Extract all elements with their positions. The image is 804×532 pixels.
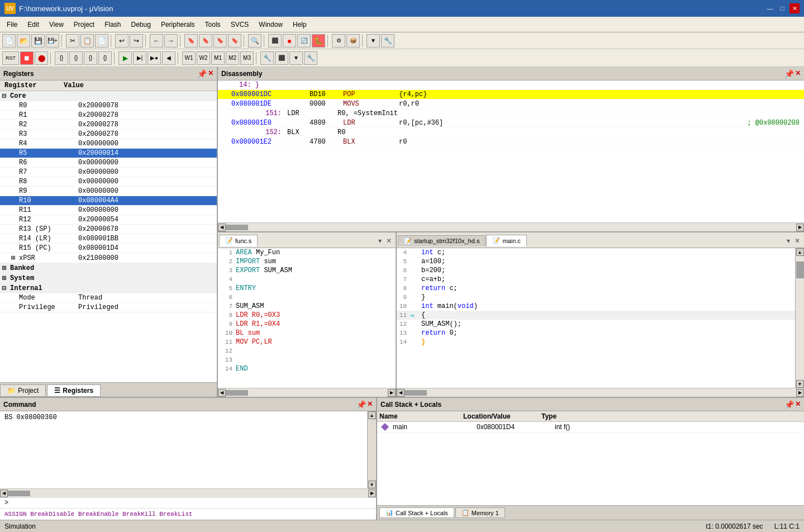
dis-scroll-left-btn[interactable]: ◀ <box>218 224 226 231</box>
reg-row-r13[interactable]: R13 (SP) 0x20000678 <box>0 225 217 234</box>
mainc-scroll-right[interactable]: ▶ <box>796 389 804 397</box>
cmd-h-left[interactable]: ◀ <box>0 490 8 497</box>
trace-btn[interactable]: 🔧 <box>260 51 274 65</box>
save-btn[interactable]: 💾 <box>31 34 45 48</box>
run-to-btn[interactable]: ▶| <box>133 51 146 65</box>
reg-row-r0[interactable]: R0 0x20000078 <box>0 101 217 111</box>
debug-btn[interactable]: 🐛 <box>312 34 325 48</box>
maximize-button[interactable]: □ <box>777 3 787 13</box>
undo-btn[interactable]: ↩ <box>115 34 129 48</box>
redo-btn[interactable]: ↪ <box>130 34 143 48</box>
funcs-scroll-left[interactable]: ◀ <box>218 389 226 397</box>
banked-expand-icon[interactable]: ⊞ <box>2 264 10 272</box>
step-inst-btn[interactable]: {} <box>98 51 112 65</box>
cut-btn[interactable]: ✂ <box>66 34 79 48</box>
pkg-btn[interactable]: 📦 <box>346 34 360 48</box>
reg-row-r6[interactable]: R6 0x00000000 <box>0 158 217 168</box>
reg-row-r9[interactable]: R9 0x00000000 <box>0 187 217 196</box>
menu-peripherals[interactable]: Peripherals <box>156 19 199 30</box>
mainc-close-btn[interactable]: ✕ <box>793 237 802 245</box>
funcs-close-btn[interactable]: ✕ <box>384 237 393 245</box>
xpsr-expand[interactable]: ⊞ <box>11 254 19 262</box>
funcs-h-thumb[interactable] <box>226 390 248 396</box>
open-btn[interactable]: 📂 <box>17 34 30 48</box>
reg-group-internal[interactable]: ⊟ Internal <box>0 283 217 293</box>
dis-scroll-h[interactable]: ◀ ▶ <box>218 222 804 231</box>
reg-row-xpsr[interactable]: ⊞ xPSR 0x21000000 <box>0 253 217 263</box>
tab-funcs[interactable]: 📝 func.s <box>219 235 258 246</box>
nav-back-btn[interactable]: ← <box>150 34 163 48</box>
callstack-close-btn[interactable]: ✕ <box>795 400 801 409</box>
menu-view[interactable]: View <box>45 19 68 30</box>
reg-row-r2[interactable]: R2 0x20000278 <box>0 120 217 130</box>
menu-help[interactable]: Help <box>288 19 311 30</box>
reg-row-r5[interactable]: R5 0x20000014 <box>0 149 217 158</box>
mainc-scroll-h[interactable]: ◀ ▶ <box>397 388 804 397</box>
nav-fwd-btn[interactable]: → <box>164 34 178 48</box>
tab-mainc[interactable]: 📝 main.c <box>486 235 526 246</box>
tab-call-stack-locals[interactable]: 📊 Call Stack + Locals <box>379 507 454 518</box>
registers-pin-btn[interactable]: 📌 <box>197 69 207 78</box>
build-btn[interactable]: ● <box>283 34 296 48</box>
menu-window[interactable]: Window <box>254 19 287 30</box>
mainc-scroll-thumb[interactable] <box>796 262 804 278</box>
reg-row-r1[interactable]: R1 0x20000278 <box>0 111 217 120</box>
command-input[interactable] <box>8 499 372 507</box>
reg-row-r8[interactable]: R8 0x00000000 <box>0 177 217 187</box>
build-stop-btn[interactable]: ⬛ <box>268 34 282 48</box>
reg-row-r7[interactable]: R7 0x00000000 <box>0 168 217 177</box>
cmd-scroll-v[interactable]: ▲ ▼ <box>367 411 376 488</box>
menu-svcs[interactable]: SVCS <box>226 19 254 30</box>
cmd-h-right[interactable]: ▶ <box>368 490 376 497</box>
mem1-btn[interactable]: M1 <box>211 51 225 65</box>
step-into-btn[interactable]: {} <box>55 51 68 65</box>
reg-row-r10[interactable]: R10 0x080004A4 <box>0 196 217 206</box>
core-expand-icon[interactable]: ⊟ <box>2 92 10 100</box>
trace2-btn[interactable]: ⬛ <box>275 51 288 65</box>
step-out-btn[interactable]: {} <box>84 51 97 65</box>
step-over-btn[interactable]: {} <box>69 51 83 65</box>
mainc-scroll-up[interactable]: ▲ <box>796 248 804 256</box>
tab-memory1[interactable]: 📋 Memory 1 <box>455 507 505 518</box>
reg-row-r14[interactable]: R14 (LR) 0x080001BB <box>0 234 217 244</box>
options-btn[interactable]: 🔧 <box>304 51 317 65</box>
mainc-scroll-down[interactable]: ▼ <box>796 380 804 388</box>
mem2-btn[interactable]: M2 <box>226 51 239 65</box>
paste-btn[interactable]: 📄 <box>95 34 108 48</box>
command-close-btn[interactable]: ✕ <box>367 400 373 409</box>
menu-tools[interactable]: Tools <box>201 19 225 30</box>
menu-project[interactable]: Project <box>69 19 99 30</box>
config-btn[interactable]: ⚙ <box>332 34 345 48</box>
breakpoint-btn[interactable]: ⬤ <box>35 51 48 65</box>
close-button[interactable]: ✕ <box>789 3 800 13</box>
save-all-btn[interactable]: 💾+ <box>46 34 59 48</box>
reg-group-core[interactable]: ⊟ Core <box>0 91 217 101</box>
mem3-btn[interactable]: M3 <box>240 51 254 65</box>
tab-project[interactable]: 📁 Project <box>0 384 46 397</box>
command-pin-btn[interactable]: 📌 <box>356 400 366 409</box>
rebuild-btn[interactable]: 🔄 <box>297 34 311 48</box>
menu-file[interactable]: File <box>2 19 22 30</box>
extra-btn[interactable]: ▼ <box>367 34 380 48</box>
mainc-h-thumb[interactable] <box>405 390 427 396</box>
menu-flash[interactable]: Flash <box>100 19 125 30</box>
bookmark1-btn[interactable]: 🔖 <box>184 34 198 48</box>
find-btn[interactable]: 🔍 <box>248 34 261 48</box>
registers-close-btn[interactable]: ✕ <box>208 69 213 78</box>
funcs-scroll-h[interactable]: ◀ ▶ <box>218 388 396 397</box>
reg-group-banked[interactable]: ⊞ Banked <box>0 263 217 273</box>
callstack-pin-btn[interactable]: 📌 <box>784 400 794 409</box>
reverse-btn[interactable]: ◀ <box>162 51 175 65</box>
settings-btn[interactable]: 🔧 <box>381 34 394 48</box>
stop-btn[interactable]: ⏹ <box>20 51 34 65</box>
mainc-scroll-v[interactable]: ▲ ▼ <box>795 248 804 388</box>
reg-row-r11[interactable]: R11 0x00000000 <box>0 206 217 215</box>
disassembly-pin-btn[interactable]: 📌 <box>784 69 794 78</box>
reg-row-r4[interactable]: R4 0x00000000 <box>0 139 217 149</box>
rst-btn[interactable]: RST <box>2 51 19 65</box>
menu-debug[interactable]: Debug <box>127 19 155 30</box>
cmd-scroll-down[interactable]: ▼ <box>368 481 376 488</box>
watch2-btn[interactable]: W2 <box>197 51 210 65</box>
reg-row-r15[interactable]: R15 (PC) 0x080001D4 <box>0 244 217 253</box>
mainc-dropdown-btn[interactable]: ▾ <box>785 237 792 245</box>
